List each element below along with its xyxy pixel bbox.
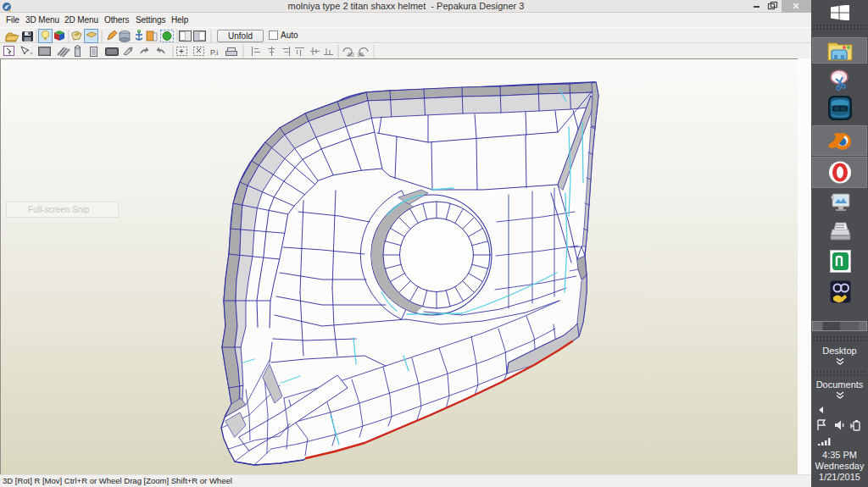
svg-text:P.i: P.i bbox=[210, 48, 218, 57]
svg-text:90: 90 bbox=[348, 52, 355, 58]
svg-text:90: 90 bbox=[358, 52, 364, 58]
